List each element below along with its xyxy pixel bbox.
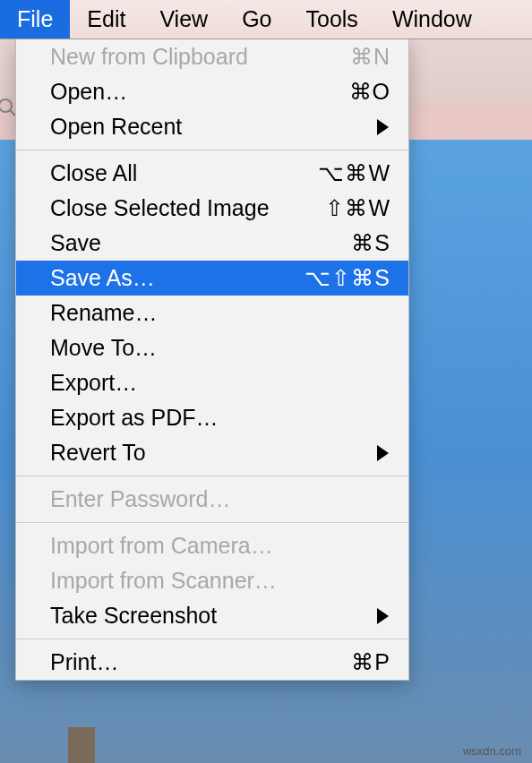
menu-item-label: Print…	[50, 649, 351, 675]
menu-item-label: Close All	[50, 160, 318, 186]
chevron-right-icon	[377, 445, 389, 461]
menu-item-close-all[interactable]: Close All ⌥⌘W	[16, 156, 408, 191]
menu-separator	[16, 476, 408, 476]
menu-item-label: Export as PDF…	[50, 405, 390, 431]
menubar-item-edit[interactable]: Edit	[70, 0, 142, 39]
menu-item-shortcut: ⌥⌘W	[318, 160, 390, 186]
menu-item-new-from-clipboard: New from Clipboard ⌘N	[16, 39, 408, 74]
menu-item-shortcut: ⌥⇧⌘S	[305, 265, 390, 291]
menu-item-import-from-scanner: Import from Scanner…	[16, 563, 408, 598]
menubar-item-label: File	[17, 6, 53, 32]
menubar-item-label: Window	[392, 6, 472, 32]
menu-item-export-as-pdf[interactable]: Export as PDF…	[16, 400, 408, 435]
menu-item-label: Close Selected Image	[50, 195, 325, 221]
menubar: File Edit View Go Tools Window	[0, 0, 532, 39]
menu-item-export[interactable]: Export…	[16, 365, 408, 400]
chevron-right-icon	[377, 119, 389, 135]
menubar-item-tools[interactable]: Tools	[289, 0, 375, 39]
menu-item-label: Save As…	[50, 265, 305, 291]
chevron-right-icon	[377, 608, 389, 624]
menu-item-label: New from Clipboard	[50, 44, 350, 70]
menu-item-label: Open…	[50, 79, 349, 105]
svg-point-0	[0, 99, 12, 112]
menu-item-save-as[interactable]: Save As… ⌥⇧⌘S	[16, 261, 408, 296]
building-silhouette	[68, 727, 95, 763]
menu-item-label: Rename…	[50, 300, 390, 326]
menu-item-label: Open Recent	[50, 114, 377, 140]
menu-item-shortcut: ⌘S	[351, 230, 390, 256]
menu-item-close-selected-image[interactable]: Close Selected Image ⇧⌘W	[16, 191, 408, 226]
menu-item-shortcut: ⌘N	[350, 44, 390, 70]
menu-item-enter-password: Enter Password…	[16, 482, 408, 517]
menu-item-label: Take Screenshot	[50, 603, 377, 629]
menu-item-open-recent[interactable]: Open Recent	[16, 109, 408, 144]
menubar-item-label: Go	[242, 6, 271, 32]
menu-item-label: Import from Camera…	[50, 533, 390, 559]
menu-item-shortcut: ⌘P	[351, 649, 390, 675]
menu-item-label: Save	[50, 230, 351, 256]
menu-item-shortcut: ⇧⌘W	[325, 195, 390, 221]
menu-separator	[16, 150, 408, 150]
menu-item-revert-to[interactable]: Revert To	[16, 435, 408, 470]
watermark: wsxdn.com	[463, 744, 521, 758]
menubar-item-label: View	[159, 6, 208, 32]
menubar-item-label: Edit	[87, 6, 125, 32]
menu-item-label: Export…	[50, 370, 390, 396]
menu-item-open[interactable]: Open… ⌘O	[16, 74, 408, 109]
menu-item-label: Revert To	[50, 440, 377, 466]
menubar-item-label: Tools	[306, 6, 358, 32]
menu-item-label: Move To…	[50, 335, 390, 361]
menu-item-label: Enter Password…	[50, 486, 390, 512]
menubar-item-window[interactable]: Window	[375, 0, 489, 39]
menu-separator	[16, 522, 408, 523]
file-dropdown-menu: New from Clipboard ⌘N Open… ⌘O Open Rece…	[15, 39, 409, 681]
menu-item-label: Import from Scanner…	[50, 568, 390, 594]
menu-item-take-screenshot[interactable]: Take Screenshot	[16, 598, 408, 633]
menubar-item-go[interactable]: Go	[225, 0, 288, 39]
menu-item-shortcut: ⌘O	[349, 79, 390, 105]
menu-item-move-to[interactable]: Move To…	[16, 330, 408, 365]
menu-item-import-from-camera: Import from Camera…	[16, 528, 408, 563]
menubar-item-view[interactable]: View	[142, 0, 225, 39]
menu-item-rename[interactable]: Rename…	[16, 296, 408, 330]
menu-separator	[16, 639, 408, 639]
menubar-item-file[interactable]: File	[0, 0, 70, 39]
menu-item-print[interactable]: Print… ⌘P	[16, 645, 408, 680]
menu-item-save[interactable]: Save ⌘S	[16, 226, 408, 261]
